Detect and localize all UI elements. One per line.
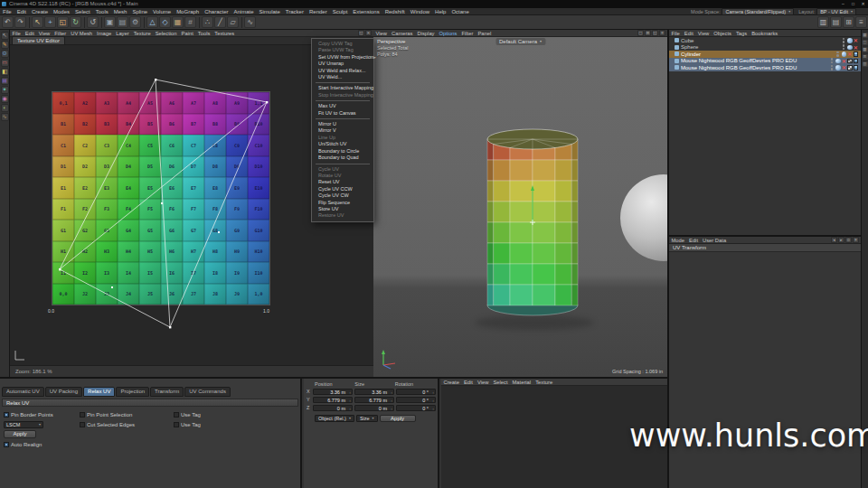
checkbox-use-tag[interactable]: Use Tag [174, 422, 204, 427]
om-menu-view[interactable]: View [695, 30, 711, 37]
editor-visibility-dot[interactable] [831, 65, 834, 68]
menu-animate[interactable]: Animate [231, 8, 256, 15]
panel-menu-icon[interactable]: ≡ [853, 237, 859, 243]
viewport-menu-panel[interactable]: Panel [476, 30, 494, 37]
checkbox-pin-point-selection[interactable]: Pin Point Selection [80, 412, 136, 418]
coordinate-field-x-0[interactable]: 3.36 m [313, 389, 353, 396]
tab-relax-uv[interactable]: Relax UV [83, 387, 115, 397]
coordinate-field-y-1[interactable]: 6.779 m [354, 397, 394, 404]
redo-icon[interactable]: ↷ [14, 16, 26, 28]
render-visibility-dot[interactable] [843, 41, 845, 43]
last-tool-icon[interactable]: ↺ [87, 16, 99, 28]
camera-selector[interactable]: Default Camera ▾ [495, 38, 545, 45]
snap-icon[interactable]: ∿ [244, 16, 256, 28]
content-browser-icon[interactable]: ▤ [830, 16, 842, 28]
coordinate-field-x-1[interactable]: 3.36 m [354, 389, 394, 396]
checkbox-use-tag[interactable]: Use Tag [174, 412, 204, 418]
x-tag-icon[interactable]: ✕ [842, 59, 847, 64]
live-selection-icon[interactable]: ↖ [32, 16, 43, 28]
context-menu-item-set-uvw-from-projection[interactable]: Set UVW from Projection▸ [312, 54, 373, 61]
edges-mode-icon[interactable]: ╱ [214, 16, 226, 28]
menu-character[interactable]: Character [202, 8, 231, 15]
phong-tag-icon[interactable] [847, 38, 853, 43]
tab-projection[interactable]: Projection [116, 387, 149, 397]
dodge-icon[interactable]: ◐ [1, 104, 9, 112]
object-row-mouse-nightwood-rgb-geoffdevries-pro-edu[interactable]: Mouse Nightwood RGB GeoffDevries PRO EDU… [669, 64, 861, 71]
move-icon[interactable]: + [44, 16, 56, 28]
rotate-icon[interactable]: ↻ [70, 16, 81, 28]
menu-modes[interactable]: Modes [51, 8, 72, 15]
polygons-mode-icon[interactable]: ▱ [227, 16, 239, 28]
uvw-tag-icon[interactable] [854, 59, 859, 64]
coordinates-apply-button[interactable]: Apply [380, 415, 416, 422]
viewport-canvas[interactable]: Default Camera ▾ Perspective Selected To… [373, 37, 667, 377]
uvw-tag-icon[interactable] [854, 65, 859, 70]
tab-transform[interactable]: Transform [150, 387, 184, 397]
texture-tag-icon[interactable] [847, 59, 853, 64]
magic-wand-icon[interactable]: ✦ [1, 86, 9, 94]
render-settings-icon[interactable]: ⚙ [129, 16, 141, 28]
phong-tag-icon[interactable] [835, 59, 841, 64]
menu-extensions[interactable]: Extensions [350, 8, 382, 15]
menu-simulate[interactable]: Simulate [257, 8, 283, 15]
object-row-sphere[interactable]: Sphere✕ [669, 44, 861, 52]
context-menu-item-max-uv[interactable]: Max UV [312, 103, 373, 109]
eraser-icon[interactable]: ▭ [1, 59, 9, 67]
object-row-cube[interactable]: Cube✕ [669, 37, 861, 44]
history-forward-icon[interactable]: ▸ [838, 237, 844, 243]
checkbox-pin-border-points[interactable]: Pin Border Points [4, 412, 57, 418]
attribute-menu-user-data[interactable]: User Data [701, 237, 729, 244]
menu-volume[interactable]: Volume [150, 8, 174, 15]
menu-mesh[interactable]: Mesh [111, 8, 130, 15]
render-visibility-dot[interactable] [836, 54, 839, 57]
tab-uv-packing[interactable]: UV Packing [45, 387, 82, 397]
context-menu-item-mirror-u[interactable]: Mirror U [312, 121, 373, 127]
checkbox-box[interactable] [4, 412, 9, 418]
visibility-dots[interactable] [843, 37, 845, 43]
x-tag-icon[interactable]: ✕ [847, 52, 853, 57]
workplane-icon[interactable]: # [184, 16, 196, 28]
gradient-icon[interactable]: ▤ [1, 77, 9, 85]
coordinate-mode-dropdown[interactable]: Object (Rel.) [315, 415, 354, 422]
color-picker-icon[interactable]: ◉ [1, 95, 9, 103]
objects-dock-icon[interactable]: ◫ [863, 40, 868, 45]
coordinate-field-x-2[interactable]: 0 ° [396, 389, 436, 396]
checkbox-box[interactable] [174, 412, 179, 418]
context-menu-item-flip-sequence[interactable]: Flip Sequence [312, 200, 373, 206]
smear-icon[interactable]: ∿ [1, 113, 9, 121]
texture-menu-selection[interactable]: Selection [153, 30, 179, 37]
texture-menu-uv-mesh[interactable]: UV Mesh [69, 30, 95, 37]
menu-tracker[interactable]: Tracker [283, 8, 307, 15]
menu-render[interactable]: Render [307, 8, 330, 15]
menu-sculpt[interactable]: Sculpt [330, 8, 351, 15]
om-menu-objects[interactable]: Objects [712, 30, 734, 37]
single-view-icon[interactable]: ▢ [637, 30, 644, 36]
model-mode-icon[interactable]: ◇ [159, 16, 171, 28]
checkbox-box[interactable] [80, 422, 85, 427]
layer-browser-icon[interactable]: ▥ [817, 16, 829, 28]
editor-visibility-dot[interactable] [831, 58, 834, 61]
editor-visibility-dot[interactable] [843, 38, 845, 41]
menu-spline[interactable]: Spline [129, 8, 150, 15]
visibility-dots[interactable] [831, 64, 834, 70]
context-menu-item-cycle-uv-ccw[interactable]: Cycle UV CCW [312, 186, 373, 192]
context-menu-item-boundary-to-circle[interactable]: Boundary to Circle [312, 148, 373, 155]
undock-panel-icon[interactable]: ◱ [358, 30, 364, 36]
menu-mograph[interactable]: MoGraph [174, 8, 202, 15]
menu-tools[interactable]: Tools [93, 8, 111, 15]
coordinate-field-z-1[interactable]: 0 m [354, 405, 394, 412]
menu-window[interactable]: Window [408, 8, 432, 15]
texture-menu-texture[interactable]: Texture [131, 30, 153, 37]
menu-help[interactable]: Help [432, 8, 448, 15]
om-menu-tags[interactable]: Tags [733, 30, 749, 37]
menu-redshift[interactable]: Redshift [382, 8, 408, 15]
brush-icon[interactable]: ✎ [1, 41, 9, 49]
om-menu-bookmarks[interactable]: Bookmarks [750, 30, 780, 37]
phong-tag-icon[interactable] [842, 52, 847, 57]
context-menu-item-un-stitch-uv[interactable]: Un/Stitch UV [312, 141, 373, 147]
context-menu-item-mirror-v[interactable]: Mirror V [312, 127, 373, 134]
material-menu-material[interactable]: Material [510, 379, 533, 386]
attribute-menu-edit[interactable]: Edit [687, 237, 701, 244]
visibility-dots[interactable] [831, 58, 834, 64]
material-menu-select[interactable]: Select [491, 379, 510, 386]
